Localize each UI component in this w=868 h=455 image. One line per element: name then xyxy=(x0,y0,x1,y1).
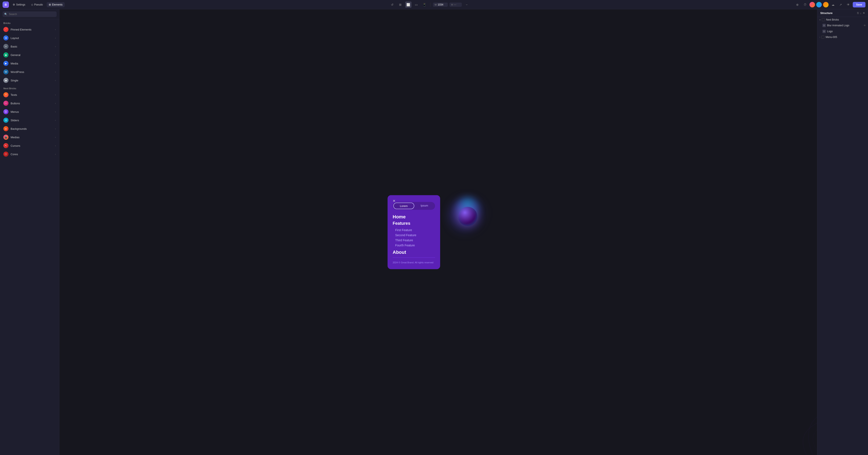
nav-feature3[interactable]: Third Feature xyxy=(393,238,435,243)
sidebar-item-single[interactable]: ◆ Single › xyxy=(0,76,59,85)
structure-download-btn[interactable]: ↓ xyxy=(860,11,862,14)
single-chevron: › xyxy=(55,79,56,82)
topbar-left: B ⚙ Settings ◇ Pseudo ⊞ Elements xyxy=(3,1,65,8)
nav-feature2[interactable]: Second Feature xyxy=(393,233,435,238)
menu-005-checkbox[interactable] xyxy=(822,36,824,38)
cores-icon: ⬡ xyxy=(3,152,8,157)
avatar-pink[interactable] xyxy=(809,2,815,7)
backgrounds-icon: ◎ xyxy=(3,126,8,131)
sidebar-item-medias[interactable]: 🎬 Medias › xyxy=(0,133,59,142)
topbar: B ⚙ Settings ◇ Pseudo ⊞ Elements ↺ ⊞ ⬜ ▭… xyxy=(0,0,868,9)
structure-title: Structure xyxy=(820,11,833,14)
search-bar: 🔍 xyxy=(0,9,59,19)
mobile-menu-card: ✕ Lorem Ipsum Home Features First Featur… xyxy=(388,195,440,269)
pinned-chevron: › xyxy=(55,28,56,31)
tablet-icon-btn[interactable]: ▭ xyxy=(413,1,420,8)
menu-005-expand: › xyxy=(819,36,820,38)
logo-button[interactable]: B xyxy=(3,1,9,8)
cores-chevron: › xyxy=(55,153,56,155)
sidebar-item-backgrounds[interactable]: ◎ Backgrounds › xyxy=(0,124,59,133)
desktop-icon-btn[interactable]: ⬜ xyxy=(405,1,411,8)
sidebar-item-sliders[interactable]: ⊟ Sliders › xyxy=(0,116,59,124)
width-input-group: W xyxy=(433,3,448,7)
search-input[interactable] xyxy=(3,11,57,17)
next-bricks-section-header: Next Bricks xyxy=(0,85,59,91)
canvas-bg-decoration xyxy=(753,413,817,455)
sidebar-item-pinned[interactable]: 📌 Pinned Elements › xyxy=(0,25,59,34)
pseudo-label: Pseudo xyxy=(34,3,43,6)
structure-item-logo[interactable]: ⊞ Logo xyxy=(817,28,868,34)
settings-label: Settings xyxy=(16,3,25,6)
cloud-icon-btn[interactable]: ☁ xyxy=(830,1,836,8)
wordpress-chevron: › xyxy=(55,71,56,73)
medias-label: Medias xyxy=(10,136,55,139)
media-label: Media xyxy=(10,62,55,65)
settings-button[interactable]: ⚙ Settings xyxy=(10,2,27,7)
sidebar-item-buttons[interactable]: ⬭ Buttons › xyxy=(0,99,59,108)
bricks-section-header: Bricks xyxy=(0,19,59,25)
pinned-label: Pinned Elements xyxy=(10,28,55,31)
layout-label: Layout xyxy=(10,36,55,40)
sidebar-item-general[interactable]: ◉ General › xyxy=(0,51,59,59)
height-field[interactable] xyxy=(454,3,460,6)
sidebar-item-menus[interactable]: ☰ Menus › xyxy=(0,108,59,116)
menus-label: Menus xyxy=(10,110,55,114)
structure-item-menu-005[interactable]: › Menu-005 xyxy=(817,34,868,40)
tab-ipsum[interactable]: Ipsum xyxy=(414,203,434,209)
close-button[interactable]: ✕ xyxy=(391,198,397,204)
nav-feature1[interactable]: First Feature xyxy=(393,228,435,233)
structure-item-blur-logo[interactable]: ⊞ Blur Animated Logo 👁 xyxy=(817,23,868,28)
width-field[interactable] xyxy=(438,3,446,6)
general-icon: ◉ xyxy=(3,52,8,57)
buttons-label: Buttons xyxy=(10,102,55,105)
backgrounds-chevron: › xyxy=(55,128,56,130)
structure-actions: ⎘ ↓ ✕ xyxy=(857,11,865,14)
search-wrapper: 🔍 xyxy=(3,11,57,17)
elements-button[interactable]: ⊞ Elements xyxy=(46,2,65,7)
minus-icon-btn[interactable]: − xyxy=(463,1,470,8)
buttons-chevron: › xyxy=(55,102,56,104)
blur-logo-eye[interactable]: 👁 xyxy=(864,24,866,27)
avatar-orange[interactable] xyxy=(823,2,829,7)
backgrounds-label: Backgrounds xyxy=(10,127,55,130)
pseudo-button[interactable]: ◇ Pseudo xyxy=(29,2,45,7)
sidebar-item-cursors[interactable]: ↖ Cursors › xyxy=(0,142,59,150)
nav-feature4[interactable]: Fourth Feature xyxy=(393,243,435,248)
search-icon: 🔍 xyxy=(4,13,7,16)
sidebar-item-media[interactable]: ▶ Media › xyxy=(0,59,59,68)
medias-chevron: › xyxy=(55,136,56,139)
structure-item-next-bricks[interactable]: ▾ Next Bricks xyxy=(817,17,868,23)
menus-icon: ☰ xyxy=(3,109,8,114)
cursors-label: Cursors xyxy=(10,144,55,147)
structure-close-btn[interactable]: ✕ xyxy=(863,11,865,14)
mobile-icon-btn[interactable]: 📱 xyxy=(421,1,428,8)
sidebar-item-texts[interactable]: T Texts › xyxy=(0,91,59,99)
nav-about: About xyxy=(393,249,435,255)
tabs-row: Lorem Ipsum xyxy=(393,202,435,210)
share-icon-btn[interactable]: ↗ xyxy=(837,1,844,8)
sidebar-item-layout[interactable]: ⊞ Layout › xyxy=(0,34,59,42)
cursors-icon: ↖ xyxy=(3,143,8,148)
next-bricks-checkbox[interactable] xyxy=(822,18,825,21)
refresh-icon-btn[interactable]: ↺ xyxy=(389,1,395,8)
save-button[interactable]: Save xyxy=(853,2,865,7)
link-icon-btn[interactable]: ⊞ xyxy=(397,1,403,8)
next-bricks-label: Next Bricks xyxy=(826,18,866,21)
general-chevron: › xyxy=(55,54,56,56)
target-icon-btn[interactable]: ⊕ xyxy=(794,1,801,8)
preview-icon-btn[interactable]: 👁 xyxy=(845,1,851,8)
copyright-text: 2024 © Great Brand. All rights reserved xyxy=(393,261,433,264)
pinned-icon: 📌 xyxy=(3,27,8,32)
orb-container xyxy=(446,195,489,238)
nav-home: Home xyxy=(393,214,435,220)
history-icon-btn[interactable]: ⏱ xyxy=(802,1,808,8)
buttons-icon: ⬭ xyxy=(3,101,8,106)
sidebar-item-cores[interactable]: ⬡ Cores › xyxy=(0,150,59,158)
sidebar-item-wordpress[interactable]: W WordPress › xyxy=(0,68,59,76)
preview-panel: ✕ Lorem Ipsum Home Features First Featur… xyxy=(388,195,489,269)
basic-icon: ≡ xyxy=(3,44,8,49)
structure-copy-btn[interactable]: ⎘ xyxy=(857,11,859,14)
general-label: General xyxy=(10,54,55,57)
avatar-teal[interactable] xyxy=(816,2,822,7)
sidebar-item-basic[interactable]: ≡ Basic › xyxy=(0,42,59,51)
